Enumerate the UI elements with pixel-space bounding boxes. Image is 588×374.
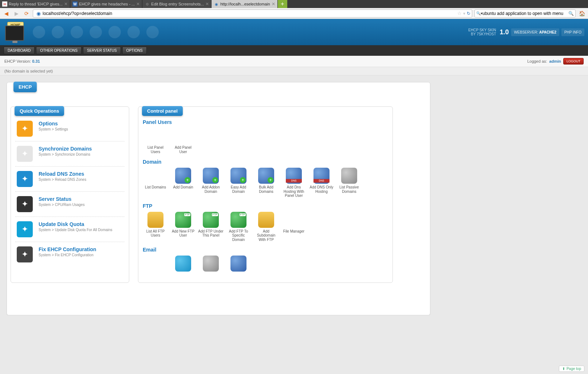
control-item-label: File Manager [281,229,307,234]
bookmark-icon[interactable]: ☆ [457,11,462,16]
control-item[interactable] [226,256,251,273]
search-icon[interactable]: 🔍 [568,11,574,16]
control-item[interactable]: Add New FTP User [170,212,196,242]
shortcut-icon[interactable] [71,26,83,38]
close-icon[interactable]: ✕ [272,1,275,7]
control-item-label: List Domains [143,185,168,190]
green-icon [203,212,219,228]
control-item[interactable]: Add FTP To Specific Domain [226,212,251,242]
browser-tab[interactable]: ✉ Reply to thread 'EHCP gives... ✕ [0,0,70,8]
control-item[interactable]: Add DNS Only Hosting [309,168,334,198]
control-item[interactable]: Add Dns Hosting With Panel User [281,168,307,198]
nav-options[interactable]: OPTIONS [122,47,147,54]
tab-label: EHCP gives me headaches - ... [79,2,135,6]
control-item-label: Add New FTP User [170,229,196,238]
logout-button[interactable]: LOGOUT [563,58,584,65]
control-item[interactable]: List All FTP Users [143,212,168,242]
browser-tab[interactable]: ⚙ Edit Blog entry Screenshots... ✕ [142,0,212,8]
shortcut-icon[interactable] [127,26,140,38]
quick-item-sub: System > Fix EHCP Configuration [39,253,94,257]
nav-other-operations[interactable]: OTHER OPERATIONS [36,47,82,54]
version-value: 0.31 [32,59,40,63]
close-icon[interactable]: ✕ [64,1,68,7]
paper-icon [147,256,163,272]
quick-item[interactable]: ✦ Reload DNS Zones System > Reload DNS Z… [15,167,125,192]
control-item[interactable]: File Manager [281,212,307,242]
tab-label: Reply to thread 'EHCP gives... [9,2,63,6]
address-bar[interactable]: ◉ ☆ ▾ ↻ [33,9,472,17]
quick-item[interactable]: ✦ Synchronize Domains System > Synchroni… [15,141,125,167]
control-item-label: Add FTP Under This Panel [198,229,224,238]
control-panel: Control panel Panel Users List Panel Use… [138,106,393,283]
home-button[interactable]: 🏠 [578,9,586,17]
phpinfo-chip[interactable]: PHP INFO [561,28,584,36]
quick-item-icon: ✦ [17,121,33,137]
gmail-icon: ✉ [2,1,7,7]
version-label: EHCP Version: [4,59,31,63]
globe-icon [230,168,246,184]
close-icon[interactable]: ✕ [136,1,140,7]
back-button[interactable]: ◀ [2,9,10,17]
quick-item[interactable]: ✦ Server Status System > CPU/Ram Usages [15,192,125,217]
reload-button[interactable]: ⟳ [23,9,31,17]
control-item[interactable]: Bulk Add Domains [253,168,279,198]
tab-label: http://localh...eselectdomain [220,2,270,6]
quick-item-title: Fix EHCP Configuration [39,246,96,252]
green-icon [230,212,246,228]
monitor-icon [5,26,24,41]
control-item[interactable]: List Panel Users [143,128,168,154]
control-item[interactable]: Add Subdomain With FTP [253,212,279,242]
logged-label: Logged as: [527,59,547,63]
control-item[interactable]: Add Panel User [170,128,196,154]
control-item[interactable]: Add FTP Under This Panel [198,212,224,242]
control-item[interactable]: List Domains [143,168,168,198]
close-icon[interactable]: ✕ [205,1,209,7]
shortcut-icon[interactable] [33,26,45,38]
plus-icon [175,256,191,272]
quick-item-title: Reload DNS Zones [39,171,86,177]
control-item[interactable] [170,256,196,273]
control-item[interactable] [143,256,168,273]
logged-user: admin [549,59,561,63]
section-heading: FTP [143,203,388,209]
folder-icon [147,212,163,228]
quick-operations-panel: Quick Operations ✦ Options System > Sett… [11,106,129,283]
browser-tab-active[interactable]: ◉ http://localh...eselectdomain ✕ [212,0,277,8]
go-button[interactable]: ↻ [467,11,470,16]
control-item[interactable]: Add Addon Domain [198,168,224,198]
green-icon [175,212,191,228]
shortcut-icon[interactable] [52,26,64,38]
quick-item-icon: ✦ [17,246,33,262]
control-item-label: Add Addon Domain [198,185,224,194]
browser-toolbar: ◀ ▶ ⟳ ◉ ☆ ▾ ↻ 🔍▾ 🔍 🏠 [0,8,588,19]
control-item[interactable]: List Passive Domains [336,168,362,198]
control-item-label: Add Panel User [170,145,196,154]
webserver-chip[interactable]: WEBSERVER: APACHE2 [511,28,559,36]
nav-server-status[interactable]: SERVER STATUS [83,47,121,54]
skin-name: EHCP SKY SKIN [468,28,496,32]
quick-item-icon: ✦ [17,196,33,212]
new-tab-button[interactable]: + [278,0,287,8]
header-shortcut-icons [33,26,159,38]
nav-dashboard[interactable]: DASHBOARD [4,47,35,54]
control-item-label: Add Dns Hosting With Panel User [281,185,307,198]
quick-item[interactable]: ✦ Fix EHCP Configuration System > Fix EH… [15,242,125,267]
shortcut-icon[interactable] [146,26,159,38]
forward-button[interactable]: ▶ [12,9,20,17]
url-input[interactable] [43,11,457,16]
shortcut-icon[interactable] [90,26,102,38]
people-icon [147,128,163,144]
info-bar: EHCP Version: 0.31 Logged as: admin LOGO… [0,56,588,67]
search-input[interactable] [482,11,568,16]
control-item[interactable]: Easy Add Domain [226,168,251,198]
control-item[interactable]: Add Domain [170,168,196,198]
control-item[interactable] [198,256,224,273]
quick-item[interactable]: ✦ Update Disk Quota System > Update Disk… [15,217,125,242]
control-item-label: Add FTP To Specific Domain [226,229,251,242]
quick-item[interactable]: ✦ Options System > Settings [15,116,125,141]
search-bar[interactable]: 🔍▾ 🔍 [474,9,576,17]
shortcut-icon[interactable] [108,26,121,38]
quick-item-icon: ✦ [17,146,33,162]
browser-tab[interactable]: W EHCP gives me headaches - ... ✕ [70,0,142,8]
quick-item-icon: ✦ [17,171,33,187]
